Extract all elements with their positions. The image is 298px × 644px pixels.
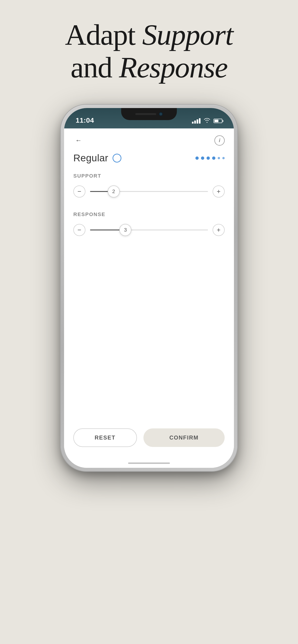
status-bar: 11:04 bbox=[64, 108, 234, 128]
headline-text: Adapt Supportand Response bbox=[65, 18, 233, 84]
phone-screen: 11:04 bbox=[64, 108, 234, 468]
response-slider-track bbox=[90, 230, 208, 230]
dot-3 bbox=[207, 156, 210, 160]
dot-2 bbox=[201, 156, 204, 160]
support-slider-row: − 2 + bbox=[73, 186, 225, 198]
info-button[interactable]: i bbox=[214, 136, 225, 146]
info-icon: i bbox=[219, 138, 220, 144]
support-minus-button[interactable]: − bbox=[73, 186, 85, 198]
response-section: RESPONSE − 3 + bbox=[64, 209, 234, 243]
signal-bars-icon bbox=[192, 118, 200, 124]
response-minus-button[interactable]: − bbox=[73, 224, 85, 236]
plus-icon-2: + bbox=[217, 227, 220, 233]
support-slider-value: 2 bbox=[112, 188, 115, 194]
support-label: SUPPORT bbox=[73, 173, 225, 179]
response-plus-button[interactable]: + bbox=[213, 224, 225, 236]
plus-icon: + bbox=[217, 188, 220, 195]
dot-4 bbox=[212, 156, 215, 160]
headline: Adapt Supportand Response bbox=[51, 18, 247, 84]
profile-circle-icon bbox=[113, 154, 121, 162]
minus-icon-2: − bbox=[78, 227, 81, 233]
support-plus-button[interactable]: + bbox=[213, 186, 225, 198]
reset-button[interactable]: RESET bbox=[73, 428, 137, 447]
response-slider-thumb[interactable]: 3 bbox=[119, 224, 131, 236]
dots-indicator bbox=[195, 156, 225, 160]
profile-name: Regular bbox=[73, 152, 108, 164]
back-button[interactable]: ← bbox=[73, 136, 84, 146]
dot-1 bbox=[195, 156, 199, 160]
nav-bar: ← i bbox=[64, 128, 234, 150]
response-slider-track-container[interactable]: 3 bbox=[90, 224, 208, 236]
notch-speaker bbox=[135, 113, 156, 115]
back-arrow-icon: ← bbox=[75, 137, 82, 144]
app-content: ← i Regular bbox=[64, 128, 234, 468]
response-label: RESPONSE bbox=[73, 212, 225, 218]
response-slider-value: 3 bbox=[124, 227, 127, 233]
profile-row: Regular bbox=[64, 150, 234, 170]
home-bar bbox=[128, 462, 170, 464]
battery-icon bbox=[213, 119, 222, 123]
spacer bbox=[64, 243, 234, 422]
support-slider-thumb[interactable]: 2 bbox=[108, 186, 120, 198]
wifi-icon bbox=[204, 118, 210, 124]
bottom-bar: RESET CONFIRM bbox=[64, 422, 234, 458]
confirm-button[interactable]: CONFIRM bbox=[143, 428, 225, 447]
dot-5 bbox=[218, 157, 220, 159]
dot-6 bbox=[222, 157, 225, 159]
home-indicator bbox=[64, 458, 234, 468]
support-section: SUPPORT − 2 + bbox=[64, 170, 234, 204]
notch bbox=[121, 108, 177, 120]
status-icons bbox=[192, 118, 222, 124]
response-slider-row: − 3 + bbox=[73, 224, 225, 236]
notch-camera bbox=[159, 112, 163, 116]
profile-name-group: Regular bbox=[73, 152, 121, 164]
minus-icon: − bbox=[78, 188, 81, 195]
status-time: 11:04 bbox=[76, 116, 94, 124]
support-slider-track-container[interactable]: 2 bbox=[90, 186, 208, 198]
phone-wrapper: 11:04 bbox=[61, 105, 237, 471]
